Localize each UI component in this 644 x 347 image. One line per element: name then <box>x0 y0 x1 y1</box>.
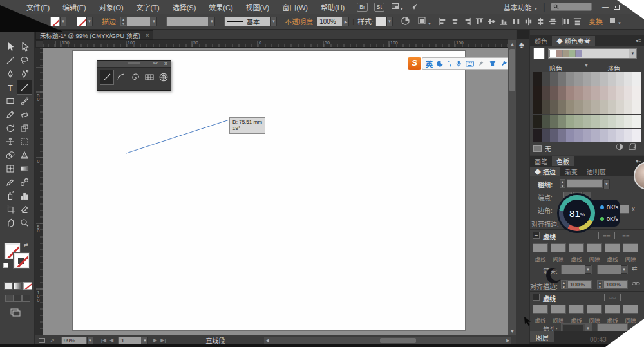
dash-field-6[interactable] <box>623 305 638 314</box>
perspective-grid-tool[interactable] <box>17 148 32 162</box>
color-variation-cell[interactable] <box>542 129 550 142</box>
dash-field-3[interactable] <box>569 243 584 252</box>
zoom-dropdown-icon[interactable]: ▼ <box>87 337 93 344</box>
mesh-tool[interactable] <box>3 162 17 175</box>
color-variation-cell[interactable] <box>574 72 583 86</box>
free-transform-tool[interactable] <box>17 135 32 148</box>
dashed-line-checkbox[interactable]: – <box>533 232 540 239</box>
dash-field-5[interactable] <box>605 243 620 252</box>
align-bottom-icon[interactable] <box>498 16 510 27</box>
spiral-tool[interactable] <box>129 70 142 84</box>
paintbrush-tool[interactable] <box>17 94 32 108</box>
color-variation-cell[interactable] <box>542 115 550 128</box>
color-variation-cell[interactable] <box>533 100 542 114</box>
ime-toolbox-wrench-icon[interactable] <box>500 60 507 67</box>
color-variation-cell[interactable] <box>574 115 583 128</box>
color-variation-cell[interactable] <box>616 100 624 114</box>
color-variation-cell[interactable] <box>583 86 591 100</box>
bridge-button[interactable]: Br <box>357 3 368 12</box>
type-tool[interactable]: T <box>3 80 17 94</box>
weight-dropdown-icon[interactable]: ▼ <box>603 179 610 189</box>
color-variation-cell[interactable] <box>574 100 583 114</box>
stroke-weight-label[interactable]: 描边: <box>102 16 118 26</box>
shaper-tool[interactable] <box>17 108 32 121</box>
workspace-switcher[interactable]: 基本功能 ▼ <box>504 2 538 12</box>
color-variation-cell[interactable] <box>566 100 574 114</box>
draw-behind-button[interactable] <box>14 295 22 302</box>
distribute-2-icon[interactable] <box>522 16 535 27</box>
pen-tool[interactable] <box>3 67 17 80</box>
color-variation-cell[interactable] <box>566 129 574 142</box>
align-dash-button[interactable]: ▭▭ <box>618 232 634 239</box>
scale-end-stepper[interactable]: ▲▼ <box>597 280 603 289</box>
color-variation-cell[interactable] <box>632 72 641 86</box>
ime-handwriting-icon[interactable] <box>478 60 485 67</box>
color-variation-cell[interactable] <box>550 86 558 100</box>
vertical-scrollbar[interactable]: ▲ ▼ <box>508 40 516 335</box>
color-variation-cell[interactable] <box>616 129 624 142</box>
color-variation-cell[interactable] <box>608 100 616 114</box>
ime-toolbar[interactable]: S 英 ’, <box>408 57 508 70</box>
stroke-weight-field[interactable] <box>126 17 151 26</box>
minimize-button[interactable]: — <box>602 3 609 10</box>
line-tools-floating-panel[interactable]: «« × <box>97 60 171 91</box>
color-variation-cell[interactable] <box>591 129 600 142</box>
arrange-documents-icon[interactable]: ▼ <box>391 1 404 13</box>
blend-tool[interactable] <box>17 175 32 189</box>
color-variation-cell[interactable] <box>566 115 574 128</box>
close-tab-icon[interactable]: × <box>146 32 149 39</box>
ime-mic-icon[interactable] <box>455 60 462 68</box>
recolor-artwork-icon[interactable] <box>401 16 410 27</box>
lasso-tool[interactable] <box>17 53 32 67</box>
color-variation-cell[interactable] <box>558 86 567 100</box>
tab-brushes[interactable]: 画笔 <box>530 156 552 166</box>
color-variation-cell[interactable] <box>533 86 542 100</box>
color-variation-cell[interactable] <box>550 72 558 86</box>
transform-link[interactable]: 变换 <box>589 16 603 26</box>
ime-language-icon[interactable]: 英 <box>426 59 433 69</box>
color-variation-cell[interactable] <box>591 100 600 114</box>
color-variation-cell[interactable] <box>600 72 608 86</box>
color-variation-cell[interactable] <box>583 100 591 114</box>
first-artboard-icon[interactable]: |◀ <box>101 337 106 343</box>
tab-gradient[interactable]: 渐变 <box>560 167 582 176</box>
artboard-number-field[interactable]: 1 <box>118 337 142 344</box>
sogou-logo-icon[interactable]: S <box>408 57 421 70</box>
color-variation-cell[interactable] <box>632 86 641 100</box>
align-left-icon[interactable] <box>437 16 449 27</box>
align-top-icon[interactable] <box>473 16 486 27</box>
collapse-panel-icon[interactable]: «« <box>153 61 158 66</box>
dash-field-4[interactable] <box>587 243 602 252</box>
shape-builder-tool[interactable] <box>3 148 17 162</box>
distribute-6-icon[interactable] <box>571 16 583 27</box>
memory-gauge[interactable]: 81% <box>559 195 595 231</box>
search-input[interactable] <box>551 3 592 11</box>
preserve-dash-button-2[interactable]: ▭▭ <box>604 294 621 301</box>
canvas[interactable]: D: 75.51 mm 19° «« × S 英 ’, <box>43 48 508 335</box>
dock-header[interactable] <box>517 30 529 39</box>
brush-definition-field[interactable]: 基本 <box>224 17 270 26</box>
color-variation-cell[interactable] <box>591 115 600 128</box>
swap-arrowheads-icon[interactable]: ⇄ <box>632 265 637 272</box>
color-variation-cell[interactable] <box>608 115 616 128</box>
opacity-expand-icon[interactable]: ▶ <box>343 17 349 26</box>
scroll-down-icon[interactable]: ▼ <box>508 327 516 335</box>
tab-color-guide[interactable]: ◆ 颜色参考 <box>552 36 595 46</box>
dash-field-2[interactable] <box>551 305 566 314</box>
dash-field-3[interactable] <box>569 305 584 314</box>
arrowhead-end-dropdown[interactable]: ▼ <box>597 265 628 274</box>
menu-9[interactable]: 帮助(H) <box>315 0 350 14</box>
dashed-line-checkbox-2[interactable]: – <box>533 294 540 301</box>
ruler-origin-box[interactable] <box>35 40 43 48</box>
color-variation-cell[interactable] <box>600 86 608 100</box>
edit-colors-icon[interactable] <box>616 143 623 152</box>
menu-1[interactable]: 文件(F) <box>21 0 55 14</box>
arrowhead-start-dropdown[interactable]: ▼ <box>561 265 592 274</box>
color-variation-cell[interactable] <box>533 115 542 128</box>
dash-field-5[interactable] <box>605 305 620 314</box>
width-profile-dropdown-icon[interactable]: ▼ <box>209 17 215 26</box>
weight-field[interactable] <box>567 179 603 188</box>
menu-7[interactable]: 视图(V) <box>240 0 276 14</box>
color-variation-cell[interactable] <box>616 115 624 128</box>
artboard-nav-icon[interactable] <box>39 338 45 343</box>
